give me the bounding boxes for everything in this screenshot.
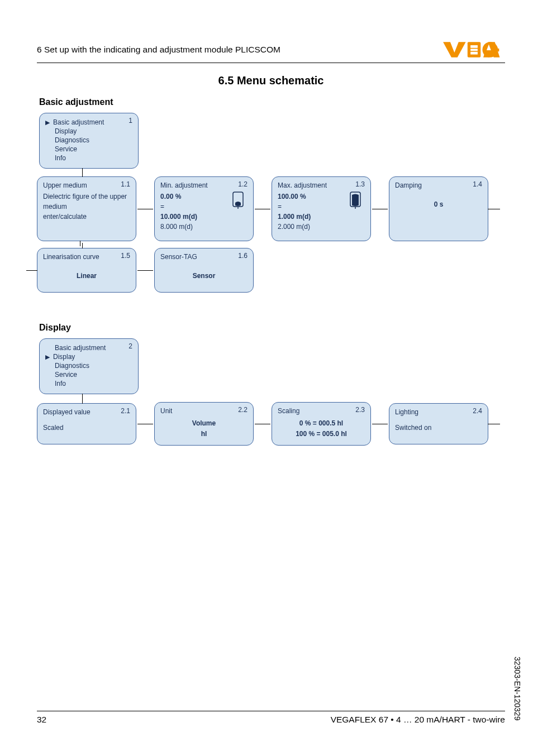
menu-number: 2 bbox=[129, 342, 132, 350]
card-title: Linearisation curve bbox=[43, 253, 130, 261]
basic-adjustment-heading: Basic adjustment bbox=[39, 97, 505, 107]
menu-item: Diagnostics bbox=[55, 362, 89, 370]
card-value: 0 s bbox=[395, 200, 482, 208]
vega-logo bbox=[442, 40, 505, 59]
card-unit: 2.2 Unit Volume hl bbox=[154, 402, 254, 446]
card-number: 1.4 bbox=[473, 180, 482, 188]
menu-item: Service bbox=[55, 371, 77, 379]
basic-adjustment-group: Basic adjustment 1 ▶Basic adjustment Dis… bbox=[37, 97, 505, 293]
menu-item: Service bbox=[55, 145, 77, 153]
card-damping: 1.4 Damping 0 s bbox=[389, 176, 488, 241]
menu-item: Display bbox=[53, 353, 75, 361]
menu-pointer-icon: ▶ bbox=[45, 119, 50, 126]
card-number: 1.2 bbox=[238, 180, 248, 188]
card-value: 10.000 m(d) bbox=[160, 213, 197, 221]
menu-item: Display bbox=[55, 127, 77, 135]
section-title: 6.5 Menu schematic bbox=[37, 74, 505, 87]
menu-number: 1 bbox=[129, 117, 132, 125]
card-title: Sensor-TAG bbox=[160, 253, 248, 261]
menu-item: Basic adjustment bbox=[55, 344, 106, 352]
card-lighting: 2.4 Lighting Switched on bbox=[389, 403, 488, 444]
svg-rect-3 bbox=[470, 52, 478, 55]
card-text: enter/calculate bbox=[43, 212, 130, 222]
card-title: Min. adjustment bbox=[160, 181, 248, 189]
card-text: 8.000 m(d) bbox=[160, 222, 248, 232]
card-value: Scaled bbox=[43, 424, 130, 432]
card-title: Max. adjustment bbox=[278, 181, 365, 189]
card-scaling: 2.3 Scaling 0 % = 000.5 hl 100 % = 005.0… bbox=[272, 402, 371, 446]
max-level-icon bbox=[348, 192, 363, 211]
product-label: VEGAFLEX 67 • 4 … 20 mA/HART - two-wire bbox=[331, 715, 505, 725]
card-sensor-tag: 1.6 Sensor-TAG Sensor bbox=[154, 248, 254, 293]
card-title: Scaling bbox=[278, 407, 365, 415]
card-upper-medium: 1.1 Upper medium Dielectric figure of th… bbox=[37, 176, 136, 241]
card-number: 2.3 bbox=[355, 406, 365, 414]
basic-adj-root-menu: 1 ▶Basic adjustment Display Diagnostics … bbox=[39, 113, 139, 169]
card-linearisation: 1.5 Linearisation curve Linear bbox=[37, 248, 136, 293]
menu-pointer-icon: ▶ bbox=[45, 353, 50, 361]
card-max-adjustment: 1.3 Max. adjustment 100.00 % = 1.000 m(d… bbox=[272, 176, 371, 241]
menu-item: Diagnostics bbox=[55, 136, 89, 144]
card-text: 2.000 m(d) bbox=[278, 222, 365, 232]
card-value: hl bbox=[160, 429, 248, 439]
card-number: 1.1 bbox=[121, 180, 130, 188]
display-heading: Display bbox=[39, 323, 505, 333]
menu-item: Basic adjustment bbox=[53, 118, 104, 126]
page-footer: 32 VEGAFLEX 67 • 4 … 20 mA/HART - two-wi… bbox=[37, 711, 505, 725]
card-number: 2.4 bbox=[473, 407, 482, 415]
card-title: Damping bbox=[395, 181, 482, 189]
page-header: 6 Set up with the indicating and adjustm… bbox=[37, 40, 505, 63]
card-value: 100 % = 005.0 hl bbox=[278, 429, 365, 439]
document-id: 32303-EN-120329 bbox=[513, 657, 522, 720]
card-value: Volume bbox=[160, 418, 248, 429]
card-value: 100.00 % bbox=[278, 193, 306, 200]
card-value: Switched on bbox=[395, 424, 482, 432]
card-min-adjustment: 1.2 Min. adjustment 0.00 % = 10.000 m(d)… bbox=[154, 176, 254, 241]
card-title: Unit bbox=[160, 407, 248, 415]
card-value: 0.00 % bbox=[160, 193, 181, 200]
card-value: Sensor bbox=[160, 272, 248, 280]
card-value: 1.000 m(d) bbox=[278, 213, 311, 221]
card-number: 2.2 bbox=[238, 406, 248, 414]
display-root-menu: 2 Basic adjustment ▶Display Diagnostics … bbox=[39, 338, 139, 394]
card-number: 1.5 bbox=[121, 252, 130, 260]
card-displayed-value: 2.1 Displayed value Scaled bbox=[37, 403, 136, 444]
min-level-icon bbox=[231, 192, 245, 211]
svg-rect-2 bbox=[470, 49, 478, 51]
card-number: 1.3 bbox=[355, 180, 365, 188]
page-number: 32 bbox=[37, 715, 46, 725]
card-title: Lighting bbox=[395, 408, 482, 416]
card-value: Linear bbox=[43, 272, 130, 280]
card-number: 1.6 bbox=[238, 252, 248, 260]
menu-item: Info bbox=[55, 154, 66, 162]
card-number: 2.1 bbox=[121, 407, 130, 415]
svg-rect-1 bbox=[470, 45, 478, 48]
chapter-label: 6 Set up with the indicating and adjustm… bbox=[37, 45, 280, 55]
display-group: Display 2 Basic adjustment ▶Display Diag… bbox=[37, 323, 505, 446]
card-title: Upper medium bbox=[43, 181, 130, 189]
card-text: Dielectric figure of the upper medium bbox=[43, 192, 130, 212]
menu-item: Info bbox=[55, 380, 66, 387]
card-title: Displayed value bbox=[43, 408, 130, 416]
card-value: 0 % = 000.5 hl bbox=[278, 418, 365, 429]
